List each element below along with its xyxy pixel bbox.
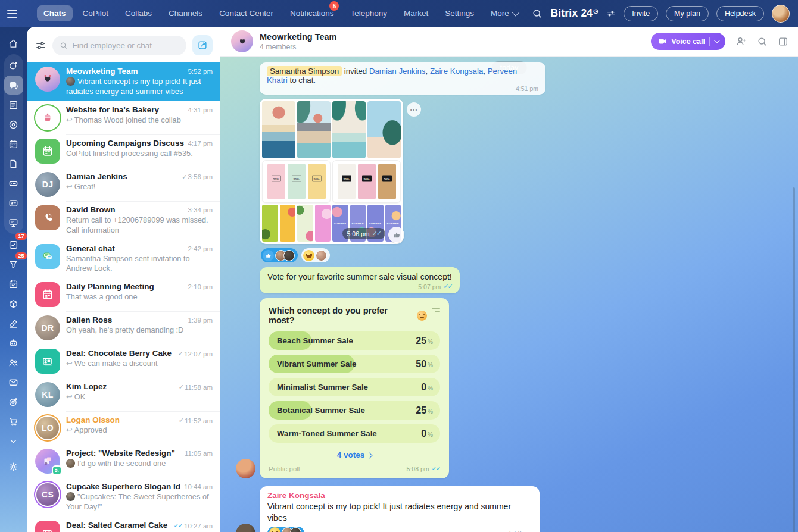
gallery-image[interactable] — [315, 205, 331, 242]
gallery-image[interactable] — [262, 101, 295, 158]
sender-avatar[interactable] — [236, 459, 255, 478]
conversation-avatar[interactable] — [231, 30, 253, 52]
search-chats-field[interactable] — [52, 36, 186, 55]
message-menu-icon[interactable]: ⋯ — [407, 102, 421, 117]
chat-avatar — [35, 521, 60, 532]
gallery-image[interactable] — [367, 101, 401, 158]
invite-button[interactable]: Invite — [624, 6, 658, 21]
rail-copilot-icon[interactable] — [4, 56, 23, 75]
chat-time: ✓3:56 pm — [182, 173, 213, 181]
poll-option[interactable]: Vibrant Summer Sale50% — [269, 355, 440, 373]
chat-list-item[interactable]: KLKim Lopez✓11:58 am↩OK — [27, 378, 220, 411]
chat-list-item[interactable]: Upcoming Campaigns Discussion4:17 pmCoPi… — [27, 134, 220, 168]
equalizer-icon[interactable] — [606, 9, 616, 18]
rail-crm-card-icon[interactable] — [4, 193, 23, 212]
nav-chats[interactable]: Chats — [37, 5, 73, 21]
chat-list-item[interactable]: Deal: Salted Caramel Cake✓✓10:27 am↩Than… — [27, 517, 220, 532]
gallery-image[interactable] — [262, 205, 278, 242]
rail-calendar-icon[interactable] — [4, 134, 23, 154]
gallery-image[interactable]: 30% 30% 30% — [332, 160, 401, 203]
search-in-chat-icon[interactable] — [757, 36, 768, 47]
reaction-laugh[interactable] — [267, 527, 304, 532]
my-plan-button[interactable]: My plan — [666, 6, 709, 21]
chat-name: Kim Lopez — [66, 382, 175, 391]
reaction-thumbs-up[interactable] — [261, 248, 298, 262]
chat-list-item[interactable]: Deal: Chocolate Berry Cake✓12:07 pm↩We c… — [27, 345, 220, 378]
gallery-image[interactable] — [297, 205, 313, 242]
poll-option[interactable]: Botanical Summer Sale25% — [269, 401, 440, 420]
gallery-image[interactable] — [332, 101, 366, 158]
rail-marketing-icon[interactable] — [4, 392, 23, 411]
rail-hr-icon[interactable] — [4, 353, 23, 372]
nav-more[interactable]: More — [484, 5, 524, 21]
rail-settings-icon[interactable] — [4, 457, 23, 476]
poll-menu-icon[interactable] — [432, 306, 440, 312]
rail-webmail-icon[interactable] — [4, 373, 23, 392]
nav-settings[interactable]: Settings — [438, 5, 481, 21]
nav-channels[interactable]: Channels — [162, 5, 209, 21]
user-link[interactable]: Damian Jenkins — [369, 67, 426, 76]
add-member-icon[interactable] — [735, 36, 747, 47]
rail-ai-studio-icon[interactable] — [4, 333, 23, 352]
rail-e-signature-icon[interactable] — [4, 314, 23, 333]
search-input[interactable] — [72, 41, 179, 50]
poll-option[interactable]: Beach Summer Sale25% — [269, 331, 440, 350]
like-icon[interactable] — [388, 227, 404, 243]
rail-warehouse-icon[interactable] — [4, 294, 23, 313]
rail-drive-icon[interactable] — [4, 174, 23, 193]
nav-telephony[interactable]: Telephony — [344, 5, 394, 21]
chat-name: Daily Planning Meeting — [66, 282, 184, 291]
nav-market[interactable]: Market — [397, 5, 435, 21]
chat-list-item[interactable]: Website for Ina's Bakery4:31 pm↩Thomas W… — [27, 101, 220, 134]
chat-list-item[interactable]: DJDamian Jenkins✓3:56 pm↩Great! — [27, 168, 220, 201]
sender-avatar[interactable] — [236, 524, 255, 532]
chat-list-item[interactable]: David Brown3:34 pmReturn call to +120067… — [27, 201, 220, 240]
conversation-panel: Meowrketing Team 4 members Voice call — [220, 27, 798, 532]
photo-gallery-message[interactable]: 30% 30% 30% 30% 30% 30% — [260, 99, 403, 244]
menu-icon[interactable] — [7, 6, 23, 21]
helpdesk-button[interactable]: Helpdesk — [716, 6, 764, 21]
nav-copilot[interactable]: CoPilot — [76, 5, 116, 21]
nav-collabs[interactable]: Collabs — [119, 5, 158, 21]
chat-list-item[interactable]: DRDalien Ross1:39 pmOh yeah, he's pretty… — [27, 311, 220, 345]
search-icon[interactable] — [532, 8, 543, 19]
nav-notifications[interactable]: Notifications5 — [283, 5, 341, 21]
rail-automation-icon[interactable] — [4, 274, 23, 293]
chat-list-item[interactable]: General chat2:42 pmSamantha Simpson sent… — [27, 240, 220, 278]
read-status-icon: ✓ — [182, 173, 186, 181]
poll-option[interactable]: Warm-Toned Summer Sale0% — [269, 424, 440, 443]
user-link[interactable]: Zaire Kongsala — [430, 67, 483, 76]
message-author[interactable]: Zaire Kongsala — [267, 491, 532, 500]
reaction-smile[interactable] — [301, 248, 330, 262]
reply-arrow-icon: ↩ — [66, 425, 73, 434]
chat-list-item[interactable]: Project: "Website Redesign"11:05 amI'd g… — [27, 445, 220, 478]
rail-market-icon[interactable] — [4, 412, 23, 431]
gallery-image[interactable] — [297, 101, 331, 158]
poll-votes-link[interactable]: 4 votes — [269, 450, 440, 459]
rail-documents-icon[interactable] — [4, 154, 23, 173]
nav-contact-center[interactable]: Contact Center — [213, 5, 280, 21]
voice-call-button[interactable]: Voice call — [651, 33, 725, 50]
scrollbar[interactable] — [793, 187, 795, 532]
chat-time: 1:39 pm — [188, 317, 213, 324]
rail-messenger-icon[interactable] — [4, 76, 23, 95]
gallery-image[interactable]: 30% 30% 30% — [262, 160, 331, 203]
rail-meetings-icon[interactable] — [4, 115, 23, 134]
chat-list-item[interactable]: CSCupcake Superhero Slogan Ideas10:44 am… — [27, 478, 220, 517]
rail-feed-icon[interactable] — [4, 95, 23, 114]
system-actor: Samantha Simpson — [267, 66, 342, 76]
rail-whiteboard-icon[interactable] — [4, 213, 23, 232]
poll-option[interactable]: Minimalist Summer Sale0% — [269, 378, 440, 396]
gallery-image[interactable] — [280, 205, 296, 242]
new-chat-button[interactable] — [192, 35, 213, 55]
rail-more-chevron-icon[interactable] — [4, 431, 23, 450]
chat-list-item[interactable]: Meowrketing Team5:52 pmVibrant concept i… — [27, 62, 220, 101]
filter-icon[interactable] — [35, 40, 46, 51]
user-avatar[interactable] — [772, 5, 790, 23]
chat-list-item[interactable]: LOLogan Olsson✓11:52 am↩Approved — [27, 411, 220, 445]
rail-crm-funnel-icon[interactable]: 25 — [4, 255, 23, 274]
chat-list-item[interactable]: Daily Planning Meeting2:10 pmThat was a … — [27, 278, 220, 311]
chat-avatar: DR — [35, 315, 60, 340]
panel-toggle-icon[interactable] — [778, 36, 788, 47]
rail-home-icon[interactable] — [4, 34, 23, 53]
